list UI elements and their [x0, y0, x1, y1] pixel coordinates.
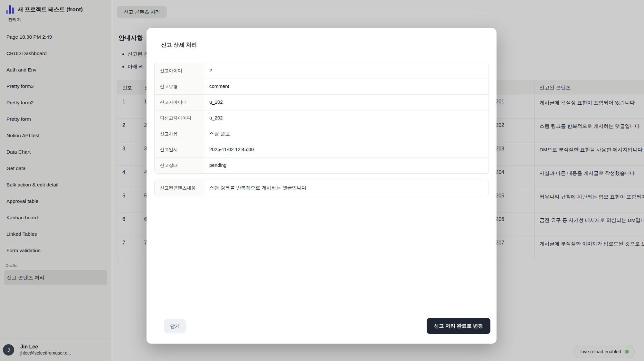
field-row: 피신고자아이디 u_202 — [155, 110, 488, 126]
field-label: 신고자아이디 — [155, 95, 204, 110]
field-label: 신고유형 — [155, 79, 204, 94]
field-row: 신고아이디 2 — [155, 63, 488, 79]
field-row: 신고일시 2025-11-02 12:45:00 — [155, 142, 488, 158]
field-label: 신고상태 — [155, 158, 204, 173]
field-value: 스팸 광고 — [204, 126, 488, 142]
field-value: u_202 — [204, 110, 488, 126]
report-detail-modal: 신고 상세 처리 신고아이디 2 신고유형 comment 신고자아이디 u_1… — [147, 28, 497, 344]
field-row: 신고유형 comment — [155, 79, 488, 95]
field-label: 신고사유 — [155, 126, 204, 142]
field-value: comment — [204, 79, 488, 94]
field-row: 신고상태 pending — [155, 158, 488, 173]
field-row: 신고자아이디 u_102 — [155, 95, 488, 110]
field-value: pending — [204, 158, 488, 173]
modal-footer: 닫기 신고 처리 완료로 변경 — [164, 318, 490, 334]
field-value: u_102 — [204, 95, 488, 110]
field-row: 신고사유 스팸 광고 — [155, 126, 488, 142]
field-value: 2025-11-02 12:45:00 — [204, 142, 488, 157]
report-content-table: 신고된콘텐츠내용 스팸 링크를 반복적으로 게시하는 댓글입니다 — [154, 180, 489, 196]
modal-title: 신고 상세 처리 — [161, 41, 197, 49]
field-label: 피신고자아이디 — [155, 110, 204, 126]
field-label: 신고아이디 — [155, 63, 204, 79]
field-row: 신고된콘텐츠내용 스팸 링크를 반복적으로 게시하는 댓글입니다 — [155, 180, 488, 196]
field-value: 2 — [204, 63, 488, 79]
field-value: 스팸 링크를 반복적으로 게시하는 댓글입니다 — [204, 180, 488, 196]
close-button[interactable]: 닫기 — [164, 319, 186, 333]
field-label: 신고일시 — [155, 142, 204, 157]
field-label: 신고된콘텐츠내용 — [155, 180, 204, 196]
mark-resolved-button[interactable]: 신고 처리 완료로 변경 — [427, 318, 490, 334]
report-fields-table: 신고아이디 2 신고유형 comment 신고자아이디 u_102 피신고자아이… — [154, 63, 489, 174]
